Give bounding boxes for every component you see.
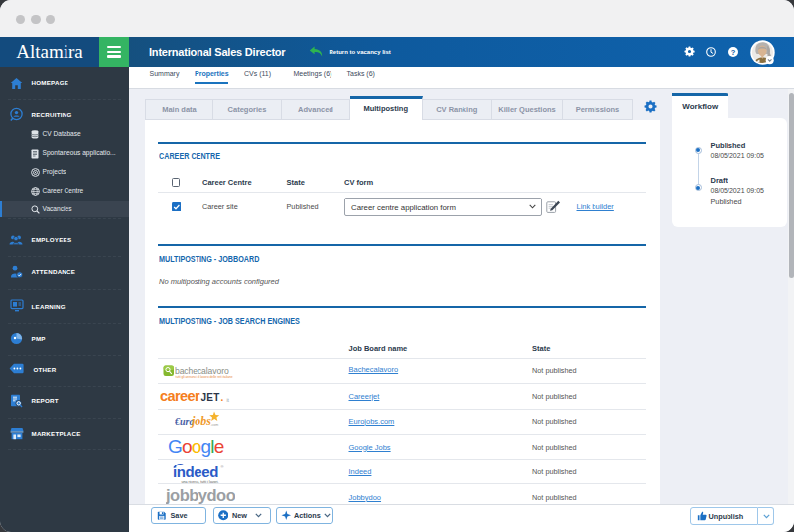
- svg-text:Google: Google: [168, 436, 224, 457]
- svg-text:JET: JET: [201, 392, 220, 403]
- svg-text:jobs: jobs: [190, 414, 211, 428]
- svg-text:indeed: indeed: [173, 464, 218, 480]
- svg-text:it: it: [227, 396, 230, 402]
- svg-text:®: ®: [221, 465, 224, 469]
- svg-text:una ricerca, tutti i lavori.: una ricerca, tutti i lavori.: [182, 480, 219, 484]
- svg-text:.com: .com: [211, 423, 219, 427]
- svg-text:?: ?: [731, 47, 736, 56]
- svg-text:career: career: [160, 388, 200, 404]
- svg-text:tutti gli annunci di lavoro de: tutti gli annunci di lavoro delle reti i…: [176, 375, 233, 379]
- svg-text:.: .: [221, 392, 224, 403]
- svg-text:jobbydoo: jobbydoo: [166, 487, 235, 504]
